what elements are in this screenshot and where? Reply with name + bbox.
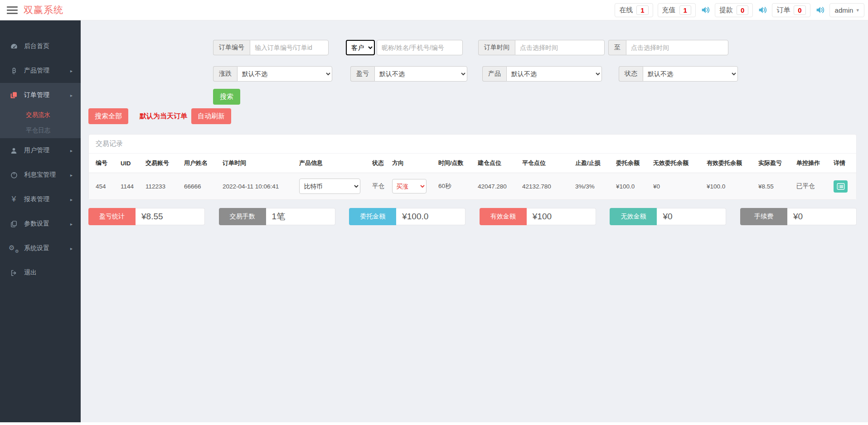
updown-filter: 涨跌 默认不选: [213, 66, 332, 82]
speaker-icon[interactable]: [757, 5, 767, 15]
col-product: 产品信息: [299, 154, 372, 173]
sidebar-item-label: 退出: [24, 269, 37, 277]
orders-count: 0: [794, 5, 805, 15]
product-filter: 产品 默认不选: [482, 66, 602, 82]
topbar: 双赢系统 在线 1 充值 1 提款 0 订单: [0, 0, 868, 20]
summary-entrust-amount: 委托金额 ¥100.0: [349, 208, 466, 225]
chevron-right-icon: ▸: [70, 68, 73, 73]
admin-dropdown[interactable]: admin ▾: [829, 3, 864, 17]
summary-value: ¥8.55: [136, 208, 205, 225]
copy-outline-icon: [10, 220, 18, 228]
summary-label: 委托金额: [349, 208, 396, 225]
col-status: 状态: [372, 154, 392, 173]
sidebar-subitem-close-log[interactable]: 平仓日志: [0, 123, 81, 138]
col-id: 编号: [96, 154, 121, 173]
sidebar-item-label: 利息宝管理: [24, 171, 56, 179]
profit-label: 盈亏: [350, 66, 374, 82]
summary-invalid-amount: 无效金额 ¥0: [610, 208, 726, 225]
product-select[interactable]: 默认不选: [506, 66, 602, 82]
summary-fee: 手续费 ¥0: [740, 208, 857, 225]
summary-value: ¥100.0: [396, 208, 466, 225]
gears-icon: ⚙⚙: [10, 244, 18, 253]
updown-select[interactable]: 默认不选: [237, 66, 332, 82]
order-time-end-input[interactable]: [626, 40, 728, 55]
admin-username: admin: [835, 6, 853, 14]
sidebar-item-label: 系统设置: [24, 244, 49, 252]
search-all-button[interactable]: 搜索全部: [88, 108, 128, 124]
table-row: 454 1144 112233 66666 2022-04-11 10:06:4…: [89, 173, 856, 199]
chevron-right-icon: ▸: [70, 93, 73, 98]
online-stat-box: 在线 1: [615, 3, 653, 17]
default-today-note: 默认为当天订单: [140, 112, 187, 121]
product-label: 产品: [482, 66, 506, 82]
row-duration: 60秒: [438, 177, 478, 196]
hamburger-menu-icon[interactable]: [7, 5, 18, 16]
auto-refresh-button[interactable]: 自动刷新: [191, 108, 231, 124]
detail-button[interactable]: [834, 180, 848, 193]
sidebar-item-products[interactable]: 产品管理 ▸: [0, 58, 81, 83]
orders-label: 订单: [776, 6, 790, 14]
order-time-label: 订单时间: [478, 40, 515, 55]
col-entrust: 委托余额: [616, 154, 653, 173]
sidebar-item-parameters[interactable]: 参数设置 ▸: [0, 212, 81, 236]
profit-select[interactable]: 默认不选: [374, 66, 467, 82]
sidebar-item-order-management[interactable]: 订单管理 ▸: [0, 83, 81, 107]
summary-profit: 盈亏统计 ¥8.55: [88, 208, 205, 225]
col-open-price: 建仓点位: [478, 154, 522, 173]
speaker-icon[interactable]: [815, 5, 825, 15]
customer-input[interactable]: [377, 40, 463, 55]
orders-copy-icon: [10, 91, 18, 100]
orders-stat-box: 订单 0: [772, 3, 810, 17]
row-direction-select[interactable]: 买涨: [392, 179, 427, 193]
sidebar-item-label: 后台首页: [24, 42, 49, 50]
col-tp-sl: 止盈/止损: [575, 154, 616, 173]
sidebar-item-reports[interactable]: ¥ 报表管理 ▸: [0, 187, 81, 212]
sidebar-subitem-trade-flow[interactable]: 交易流水: [0, 107, 81, 123]
main-content: 订单编号 客户 订单时间 至: [81, 20, 868, 422]
row-actual-profit: ¥8.55: [758, 178, 796, 195]
summary-value: ¥100: [527, 208, 596, 225]
summary-row: 盈亏统计 ¥8.55 交易手数 1笔 委托金额 ¥100.0 有效金额 ¥100…: [88, 208, 857, 225]
recharge-stat-box: 充值 1: [658, 3, 696, 17]
row-id: 454: [96, 178, 121, 195]
status-filter: 状态 默认不选: [619, 66, 738, 82]
status-select[interactable]: 默认不选: [643, 66, 738, 82]
row-uid: 1144: [121, 178, 145, 195]
recharge-label: 充值: [662, 6, 676, 14]
summary-label: 无效金额: [610, 208, 657, 225]
order-time-start-input[interactable]: [515, 40, 605, 55]
row-product-select[interactable]: 比特币: [299, 179, 360, 194]
order-no-input[interactable]: [250, 40, 329, 55]
col-account: 交易账号: [145, 154, 184, 173]
col-name: 用户姓名: [184, 154, 223, 173]
sidebar-item-label: 订单管理: [24, 91, 49, 99]
col-time: 订单时间: [223, 154, 299, 173]
logout-icon: [10, 269, 18, 277]
row-invalid-entrust: ¥0: [653, 178, 707, 195]
customer-filter: 客户: [346, 40, 463, 55]
panel-title: 交易记录: [89, 135, 856, 154]
action-row: 搜索全部 默认为当天订单 自动刷新: [88, 108, 857, 124]
power-circle-icon: [10, 171, 18, 179]
summary-label: 手续费: [740, 208, 787, 225]
customer-type-select[interactable]: 客户: [346, 40, 375, 55]
speaker-icon[interactable]: [700, 5, 710, 15]
row-entrust: ¥100.0: [616, 178, 653, 195]
sidebar-item-users[interactable]: 用户管理 ▸: [0, 138, 81, 163]
sidebar-item-label: 产品管理: [24, 67, 49, 75]
sidebar-item-dashboard[interactable]: 后台首页: [0, 34, 81, 58]
brand-title: 双赢系统: [24, 4, 63, 16]
col-actual-profit: 实际盈亏: [758, 154, 796, 173]
sidebar-item-interest[interactable]: 利息宝管理 ▸: [0, 163, 81, 187]
col-close-price: 平仓点位: [522, 154, 575, 173]
sidebar-item-logout[interactable]: 退出: [0, 261, 81, 285]
col-detail: 详情: [834, 154, 852, 173]
online-label: 在线: [619, 6, 633, 14]
profit-filter: 盈亏 默认不选: [350, 66, 467, 82]
search-button[interactable]: 搜索: [213, 89, 240, 105]
chevron-down-icon: ▾: [856, 7, 859, 13]
sidebar-item-system-settings[interactable]: ⚙⚙ 系统设置 ▸: [0, 236, 81, 261]
sidebar: 后台首页 产品管理 ▸ 订单管理 ▸: [0, 20, 81, 422]
summary-valid-amount: 有效金额 ¥100: [480, 208, 596, 225]
row-account: 112233: [145, 178, 184, 195]
